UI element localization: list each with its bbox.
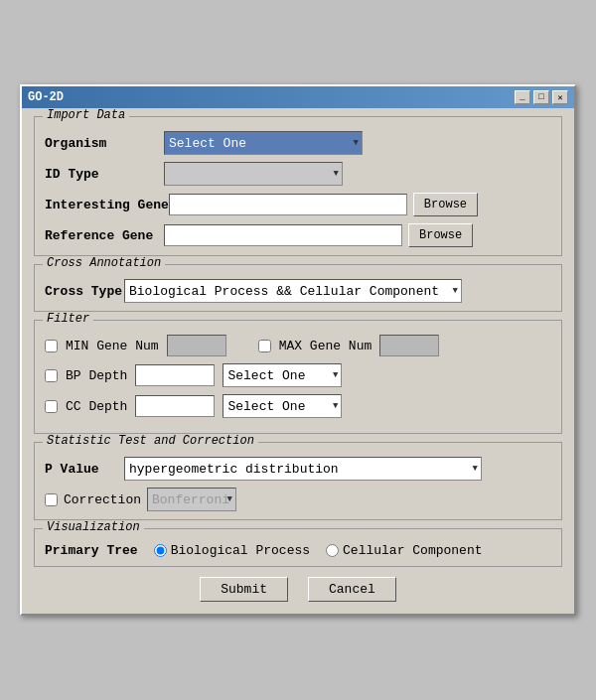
biological-process-radio-label: Biological Process: [154, 543, 310, 558]
buttons-row: Submit Cancel: [34, 577, 562, 602]
organism-row: Organism Select One: [45, 131, 551, 155]
statistic-section: Statistic Test and Correction P Value hy…: [34, 442, 562, 520]
interesting-gene-row: Interesting Gene Browse: [45, 193, 551, 216]
cross-type-row: Cross Type Biological Process && Cellula…: [45, 279, 551, 303]
correction-select[interactable]: Bonferroni: [147, 488, 236, 511]
biological-process-radio[interactable]: [154, 544, 167, 557]
interesting-gene-label: Interesting Gene: [45, 198, 169, 212]
id-type-row: ID Type: [45, 162, 551, 186]
cc-depth-label: CC Depth: [66, 399, 127, 414]
correction-checkbox[interactable]: [45, 493, 58, 506]
import-data-title: Import Data: [43, 108, 129, 122]
p-value-row: P Value hypergeometric distribution: [45, 457, 551, 481]
bp-depth-label: BP Depth: [66, 368, 127, 383]
cellular-component-radio-label: Cellular Component: [326, 543, 482, 558]
cellular-component-radio[interactable]: [326, 544, 339, 557]
primary-tree-row: Primary Tree Biological Process Cellular…: [45, 543, 551, 558]
bp-depth-row: BP Depth Select One: [45, 363, 551, 387]
import-data-section: Import Data Organism Select One ID Type: [34, 116, 562, 256]
organism-label: Organism: [45, 136, 164, 151]
filter-section: Filter MIN Gene Num MAX Gene Num BP Dept…: [34, 320, 562, 434]
reference-gene-input[interactable]: [164, 224, 402, 246]
reference-gene-label: Reference Gene: [45, 228, 164, 243]
close-button[interactable]: ✕: [552, 90, 568, 104]
cc-depth-input[interactable]: [135, 395, 215, 417]
interesting-gene-input[interactable]: [169, 194, 407, 215]
interesting-gene-browse-button[interactable]: Browse: [413, 193, 478, 216]
reference-gene-row: Reference Gene Browse: [45, 223, 551, 247]
correction-select-wrapper: Bonferroni: [147, 488, 236, 511]
id-type-label: ID Type: [45, 167, 164, 182]
content-area: Import Data Organism Select One ID Type: [22, 108, 574, 614]
p-value-label: P Value: [45, 462, 124, 477]
min-gene-num-checkbox[interactable]: [45, 340, 58, 352]
cc-depth-select-wrapper: Select One: [223, 394, 342, 418]
restore-button[interactable]: □: [533, 90, 549, 104]
min-gene-num-label: MIN Gene Num: [66, 339, 159, 353]
p-value-select[interactable]: hypergeometric distribution: [124, 457, 482, 481]
cross-annotation-section: Cross Annotation Cross Type Biological P…: [34, 264, 562, 312]
id-type-select-wrapper: [164, 162, 343, 186]
cancel-button[interactable]: Cancel: [308, 577, 396, 602]
biological-process-label: Biological Process: [171, 543, 310, 558]
cross-annotation-title: Cross Annotation: [43, 256, 165, 270]
cc-depth-select[interactable]: Select One: [223, 394, 342, 418]
filter-title: Filter: [43, 312, 93, 326]
p-value-select-wrapper: hypergeometric distribution: [124, 457, 482, 481]
id-type-select[interactable]: [164, 162, 343, 186]
title-bar-controls: _ □ ✕: [515, 90, 568, 104]
min-gene-num-input-disabled: [167, 335, 226, 356]
correction-row: Correction Bonferroni: [45, 488, 551, 511]
primary-tree-label: Primary Tree: [45, 543, 138, 558]
main-window: GO-2D _ □ ✕ Import Data Organism Select …: [20, 84, 576, 616]
submit-button[interactable]: Submit: [200, 577, 288, 602]
cross-type-select-wrapper: Biological Process && Cellular Component: [124, 279, 462, 303]
visualization-section: Visualization Primary Tree Biological Pr…: [34, 528, 562, 567]
organism-select[interactable]: Select One: [164, 131, 363, 155]
cellular-component-label: Cellular Component: [343, 543, 482, 558]
correction-label: Correction: [64, 492, 141, 507]
visualization-title: Visualization: [43, 520, 144, 534]
bp-depth-select-wrapper: Select One: [223, 363, 342, 387]
bp-depth-select[interactable]: Select One: [223, 363, 342, 387]
bp-depth-input[interactable]: [135, 364, 215, 386]
minimize-button[interactable]: _: [515, 90, 530, 104]
cross-type-label: Cross Type: [45, 284, 124, 299]
gene-num-row: MIN Gene Num MAX Gene Num: [45, 335, 551, 356]
statistic-title: Statistic Test and Correction: [43, 434, 258, 448]
cc-depth-row: CC Depth Select One: [45, 394, 551, 418]
organism-select-wrapper: Select One: [164, 131, 363, 155]
max-gene-num-label: MAX Gene Num: [279, 339, 372, 353]
reference-gene-browse-button[interactable]: Browse: [408, 223, 473, 247]
max-gene-num-checkbox[interactable]: [258, 340, 271, 352]
title-bar: GO-2D _ □ ✕: [22, 86, 574, 108]
cc-depth-checkbox[interactable]: [45, 400, 58, 413]
bp-depth-checkbox[interactable]: [45, 369, 58, 382]
window-title: GO-2D: [28, 90, 64, 104]
cross-type-select[interactable]: Biological Process && Cellular Component: [124, 279, 462, 303]
max-gene-num-input-disabled: [379, 335, 439, 356]
